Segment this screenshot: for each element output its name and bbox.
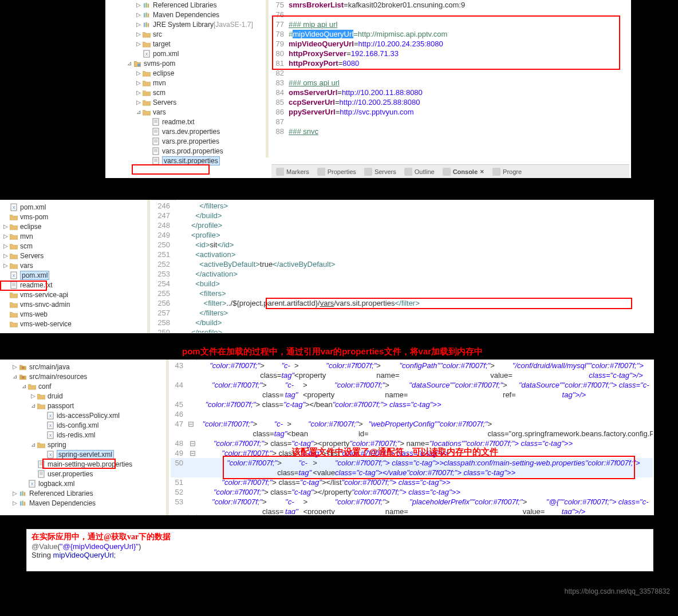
project-explorer-2[interactable]: Xpom.xmlvms-pom▷eclipse▷mvn▷scm▷Servers▷… xyxy=(0,200,149,333)
expander-icon[interactable]: ⊿ xyxy=(11,373,18,380)
code-line[interactable]: 85ccpServerUrl=http://10.200.25.88:8080 xyxy=(271,97,629,107)
tree-item[interactable]: main-setting-web.properties xyxy=(0,459,166,469)
tree-item[interactable]: ▷druid xyxy=(0,391,166,401)
expander-icon[interactable]: ▷ xyxy=(11,490,18,496)
code-line[interactable]: 254 <build> xyxy=(152,279,653,289)
code-line[interactable]: 246 </filters> xyxy=(152,201,653,211)
project-explorer-1[interactable]: ▷Referenced Libraries▷Maven Dependencies… xyxy=(105,0,266,178)
tree-item[interactable]: ▷JRE System Library [JavaSE-1.7] xyxy=(105,19,266,29)
tree-item[interactable]: ▷Servers xyxy=(0,251,149,260)
tree-item[interactable]: ▷scm xyxy=(0,241,149,251)
tree-item[interactable]: vms-pom xyxy=(0,212,149,222)
code-line[interactable]: 255 <filters> xyxy=(152,289,653,298)
expander-icon[interactable]: ▷ xyxy=(11,364,18,370)
tree-item[interactable]: Xlogback.xml xyxy=(0,479,166,488)
expander-icon[interactable]: ⊿ xyxy=(30,402,37,409)
code-line[interactable]: 47⊟ "color:#7f007f;"> class="c-tag"><bea… xyxy=(171,419,653,439)
expander-icon[interactable]: ⊿ xyxy=(126,60,133,66)
tree-item[interactable]: Xpom.xml xyxy=(105,49,266,58)
expander-icon[interactable]: ▷ xyxy=(2,223,9,230)
tree-item[interactable]: ⊿passport xyxy=(0,401,166,410)
tree-item[interactable]: user.properties xyxy=(0,469,166,479)
expander-icon[interactable]: ▷ xyxy=(135,80,142,86)
expander-icon[interactable]: ▷ xyxy=(11,500,18,506)
expander-icon[interactable]: ▷ xyxy=(135,11,142,18)
code-line[interactable]: 88### snvc xyxy=(271,127,629,136)
tree-item[interactable]: ▷scm xyxy=(105,88,266,97)
code-line[interactable]: 252 <activeByDefault>true</activeByDefau… xyxy=(152,259,653,269)
tree-item[interactable]: Xids-redis.xml xyxy=(0,430,166,440)
splitter-2[interactable] xyxy=(147,200,150,333)
tree-item[interactable]: Xids-config.xml xyxy=(0,420,166,430)
code-line[interactable]: 82 xyxy=(271,68,629,78)
code-line[interactable]: 247 </build> xyxy=(152,211,653,220)
code-line[interactable]: 248 </profile> xyxy=(152,220,653,230)
tree-item[interactable]: ▷Maven Dependencies xyxy=(0,498,166,508)
tab-servers[interactable]: Servers xyxy=(364,168,396,176)
code-line[interactable]: 76 xyxy=(271,10,629,19)
tree-item[interactable]: ▷src/main/java xyxy=(0,362,166,372)
tree-item[interactable]: ⊿spring xyxy=(0,440,166,449)
expander-icon[interactable]: ▷ xyxy=(30,393,37,399)
expander-icon[interactable]: ▷ xyxy=(135,31,142,37)
tree-item[interactable]: vars.dev.properties xyxy=(105,127,266,136)
tree-item[interactable]: vms-web-service xyxy=(0,319,149,329)
tree-item[interactable]: Xids-accessPolicy.xml xyxy=(0,410,166,420)
code-line[interactable]: 256 <filter>../${project.parent.artifact… xyxy=(152,298,653,308)
tree-item[interactable]: ▷eclipse xyxy=(105,68,266,78)
code-line[interactable]: 77### mip api url xyxy=(271,19,629,29)
code-line[interactable]: 86ppyServerUrl=http://svc.pptvyun.com xyxy=(271,107,629,117)
editor-2[interactable]: 246 </filters>247 </build>248 </profile>… xyxy=(152,201,653,333)
tree-item[interactable]: ⊿vars xyxy=(105,107,266,117)
expander-icon[interactable]: ▷ xyxy=(2,262,9,268)
expander-icon[interactable]: ⊿ xyxy=(135,109,142,115)
editor-1[interactable]: 75smrsBrokerList=kafkasit02broker01.cnsu… xyxy=(271,0,629,143)
tree-item[interactable]: vars.sit.properties xyxy=(105,156,266,165)
tab-progre[interactable]: Progre xyxy=(492,168,522,176)
editor-3[interactable]: 43 "color:#7f007f;"> class="c-tag"><prop… xyxy=(171,361,653,514)
code-line[interactable]: 75smrsBrokerList=kafkasit02broker01.cnsu… xyxy=(271,0,629,10)
tree-item[interactable]: Xpom.xml xyxy=(0,202,149,212)
code-line[interactable]: 251 <activation> xyxy=(152,250,653,259)
tree-item[interactable]: ▷src xyxy=(105,29,266,39)
splitter-3[interactable] xyxy=(166,360,169,515)
code-line[interactable]: 46 xyxy=(171,409,653,419)
views-tabbar[interactable]: MarkersPropertiesServersOutlineConsole ✕… xyxy=(271,164,629,178)
code-line[interactable]: 44 "color:#7f007f;"> class="c-tag"><prop… xyxy=(171,380,653,400)
code-line[interactable]: 84omsServerUrl=http://10.200.11.88:8080 xyxy=(271,88,629,97)
tab-console[interactable]: Console ✕ xyxy=(443,168,484,176)
tree-item[interactable]: ⊿src/main/resources xyxy=(0,372,166,381)
code-line[interactable]: 45 "color:#7f007f;"> class="c-tag"></bea… xyxy=(171,400,653,409)
code-line[interactable]: 258 </build> xyxy=(152,318,653,327)
splitter-1[interactable] xyxy=(266,0,269,157)
code-line[interactable]: 253 </activation> xyxy=(152,269,653,279)
tree-item[interactable]: ▷target xyxy=(105,39,266,49)
code-line[interactable]: 259 </profile> xyxy=(152,327,653,333)
tree-item[interactable]: ▷Servers xyxy=(105,97,266,107)
tree-item[interactable]: ▷Maven Dependencies xyxy=(105,10,266,19)
code-line[interactable]: 80httpProxyServer=192.168.71.33 xyxy=(271,49,629,58)
tree-item[interactable]: ▷Referenced Libraries xyxy=(105,0,266,10)
tree-item[interactable]: vars.prod.properties xyxy=(105,146,266,156)
tree-item[interactable]: Xpom.xml xyxy=(0,270,149,280)
code-line[interactable]: 52 "color:#7f007f;"> class="c-tag"></pro… xyxy=(171,487,653,497)
tab-markers[interactable]: Markers xyxy=(276,168,309,176)
expander-icon[interactable]: ⊿ xyxy=(21,383,27,389)
code-line[interactable]: 83### oms api url xyxy=(271,78,629,88)
expander-icon[interactable]: ▷ xyxy=(135,70,142,76)
code-line[interactable]: 50 "color:#7f007f;"> class="c-tag"><valu… xyxy=(171,458,653,477)
code-line[interactable]: 78#mipVideoQueryUrl=http://mipmisc.api.p… xyxy=(271,29,629,39)
tree-item[interactable]: vms-snvc-admin xyxy=(0,299,149,309)
tree-item[interactable]: ▷eclipse xyxy=(0,222,149,231)
tree-item[interactable]: ▷mvn xyxy=(105,78,266,88)
tree-item[interactable]: ▷vars xyxy=(0,260,149,270)
code-line[interactable]: 51 "color:#7f007f;"> class="c-tag"></lis… xyxy=(171,477,653,487)
tree-item[interactable]: ▷mvn xyxy=(0,231,149,241)
tree-item[interactable]: vms-service-api xyxy=(0,290,149,299)
expander-icon[interactable]: ▷ xyxy=(135,99,142,105)
tree-item[interactable]: ▷Referenced Libraries xyxy=(0,488,166,498)
code-line[interactable]: 81httpProxyPort=8080 xyxy=(271,58,629,68)
expander-icon[interactable]: ⊿ xyxy=(30,441,37,448)
code-line[interactable]: 53 "color:#7f007f;"> class="c-tag"><prop… xyxy=(171,497,653,514)
code-line[interactable]: 249 <profile> xyxy=(152,230,653,240)
